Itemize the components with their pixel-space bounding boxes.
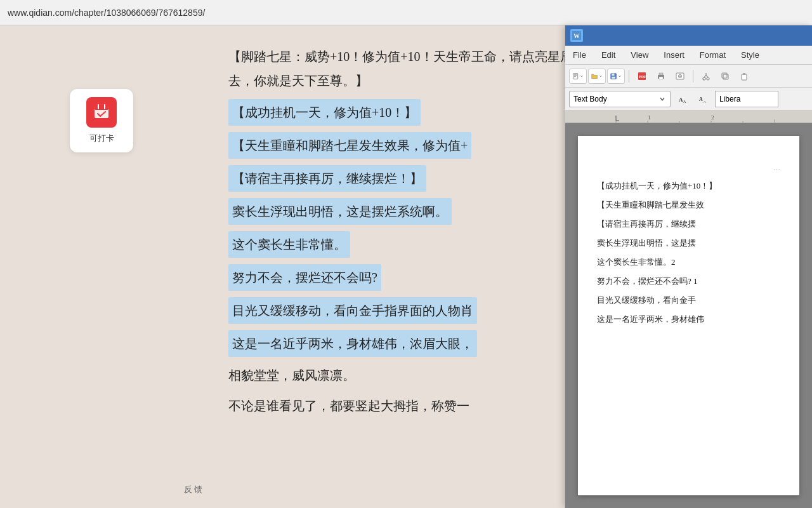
svg-rect-26 <box>723 74 728 79</box>
url-text: www.qidian.com/chapter/1038066069/767612… <box>8 8 205 18</box>
copy-button[interactable] <box>716 68 734 84</box>
doc-line-3: 【请宿主再接再厉，继续摆 <box>597 216 780 232</box>
lo-page: … 【成功挂机一天，修为值+10！】 【天生重瞳和脚踏七星发生效 【请宿主再接再… <box>578 136 799 495</box>
text-truncated-8: 目光又缓缓移动，看向金手指界面的人物肖 <box>228 297 477 324</box>
svg-point-21 <box>703 77 705 80</box>
svg-rect-12 <box>612 76 615 78</box>
main-content: 可打卡 【脚踏七星：威势+10！修为值+10！天生帝王命，请点亮星辰。注：活下去… <box>0 25 812 508</box>
print-button[interactable] <box>652 68 670 84</box>
lo-document[interactable]: … 【成功挂机一天，修为值+10！】 【天生重瞳和脚踏七星发生效 【请宿主再接再… <box>565 123 812 508</box>
style-name: Text Body <box>573 95 607 104</box>
lo-toolbar-1: PDF <box>565 65 812 88</box>
svg-rect-29 <box>743 73 745 75</box>
font-size-down-button[interactable]: A A <box>695 91 711 107</box>
doc-line-1: 【成功挂机一天，修为值+10！】 <box>597 178 780 194</box>
svg-text:A: A <box>679 97 683 103</box>
doc-line-6: 努力不会，摆烂还不会吗? 1 <box>597 273 780 290</box>
svg-text:1: 1 <box>648 114 651 121</box>
svg-rect-17 <box>659 77 663 79</box>
cut-button[interactable] <box>697 68 715 84</box>
left-sidebar: 可打卡 <box>0 25 203 508</box>
toolbar-new-group <box>569 69 625 84</box>
svg-rect-11 <box>612 73 614 76</box>
svg-rect-6 <box>573 73 577 79</box>
svg-point-20 <box>679 76 681 77</box>
svg-text:W: W <box>573 32 580 39</box>
svg-line-23 <box>704 75 706 77</box>
preview-button[interactable] <box>671 68 689 84</box>
svg-point-22 <box>707 77 709 80</box>
svg-text:A: A <box>699 97 703 102</box>
svg-line-24 <box>706 75 708 77</box>
libreoffice-window: W File Edit View Insert Format Style <box>565 25 812 508</box>
doc-line-7: 目光又缓缓移动，看向金手 <box>597 292 780 309</box>
svg-text:A: A <box>683 100 686 104</box>
svg-rect-16 <box>659 73 663 75</box>
menu-style[interactable]: Style <box>738 49 762 61</box>
svg-text:2: 2 <box>711 114 714 121</box>
checkin-widget[interactable]: 可打卡 <box>70 89 133 152</box>
doc-line-4: 窦长生浮现出明悟，这是摆 <box>597 235 780 251</box>
checkin-icon <box>86 97 117 128</box>
open-file-button[interactable] <box>588 69 606 84</box>
style-selector[interactable]: Text Body <box>569 91 671 107</box>
lo-app-icon: W <box>570 29 583 42</box>
export-pdf-button[interactable]: PDF <box>633 68 651 84</box>
text-truncated-11: 不论是谁看见了，都要竖起大拇指，称赞一 <box>228 399 469 413</box>
menu-edit[interactable]: Edit <box>599 49 618 61</box>
svg-rect-1 <box>95 107 108 110</box>
svg-rect-28 <box>742 74 747 80</box>
toolbar-sep-2 <box>693 70 693 83</box>
font-size-up-button[interactable]: A A <box>674 91 691 107</box>
svg-text:PDF: PDF <box>639 75 646 79</box>
new-doc-button[interactable] <box>569 69 587 84</box>
lo-menubar: File Edit View Insert Format Style <box>565 46 812 65</box>
toolbar-sep-1 <box>629 70 629 83</box>
doc-line-5: 这个窦长生非常懂。2 <box>597 254 780 271</box>
svg-rect-27 <box>722 73 727 78</box>
toolbar-export-group: PDF <box>633 68 689 84</box>
feedback-button[interactable]: 反 馈 <box>184 485 202 495</box>
cursor-marker: … <box>773 164 780 171</box>
text-truncated-3: 【天生重瞳和脚踏七星发生效果，修为值+ <box>228 132 471 159</box>
font-name-input[interactable]: Libera <box>715 91 778 107</box>
address-bar: www.qidian.com/chapter/1038066069/767612… <box>0 0 812 25</box>
doc-line-2: 【天生重瞳和脚踏七星发生效 <box>597 197 780 213</box>
menu-format[interactable]: Format <box>697 49 728 61</box>
checkin-label: 可打卡 <box>89 133 114 144</box>
svg-rect-34 <box>565 110 812 123</box>
doc-line-8: 这是一名近乎两米，身材雄伟 <box>597 311 780 328</box>
paste-button[interactable] <box>735 68 753 84</box>
svg-text:A: A <box>704 100 706 104</box>
text-truncated-9: 这是一名近乎两米，身材雄伟，浓眉大眼， <box>228 330 477 357</box>
lo-ruler: 1 2 <box>565 110 812 123</box>
toolbar-clipboard-group <box>697 68 753 84</box>
menu-insert[interactable]: Insert <box>661 49 687 61</box>
menu-file[interactable]: File <box>570 49 589 61</box>
menu-view[interactable]: View <box>628 49 651 61</box>
lo-titlebar: W <box>565 25 812 46</box>
lo-stylebar: Text Body A A A A Libera <box>565 88 812 110</box>
save-button[interactable] <box>607 69 625 84</box>
